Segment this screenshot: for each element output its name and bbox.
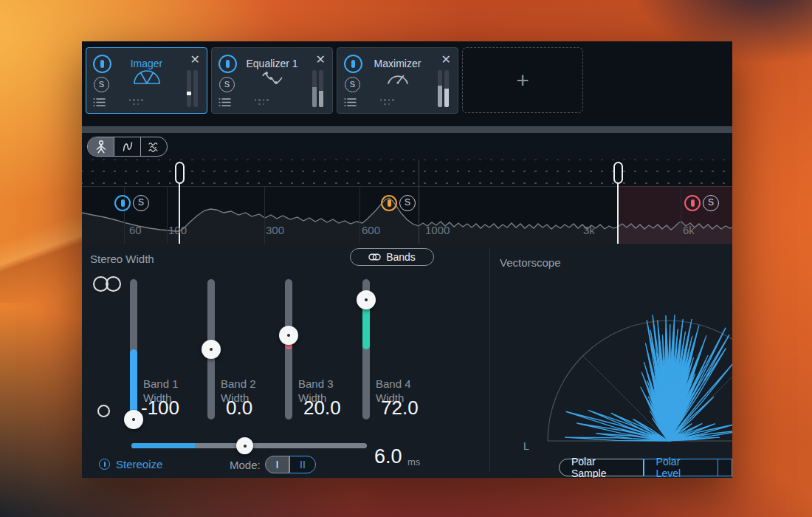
stereoize-label: Stereoize xyxy=(116,458,162,470)
band-4-width-value[interactable]: 72.0 xyxy=(381,397,419,420)
module-title: Maximizer xyxy=(359,58,436,69)
frequency-label: 3k xyxy=(583,224,595,236)
band-2-width-value[interactable]: 0.0 xyxy=(226,397,252,420)
mode-1-button[interactable]: I xyxy=(265,456,289,473)
link-icon xyxy=(368,253,381,261)
band-1-width-slider[interactable] xyxy=(125,279,142,420)
band-solo-button[interactable]: S xyxy=(133,195,149,211)
delay-unit: ms xyxy=(407,456,420,468)
band-split-line[interactable] xyxy=(419,160,419,244)
drag-handle-icon[interactable] xyxy=(253,99,269,105)
module-card-equalizer[interactable]: Equalizer 1 ✕ S xyxy=(211,47,333,114)
mode-2-button[interactable]: II xyxy=(289,456,316,473)
band-split-handle[interactable] xyxy=(613,162,623,184)
slider-track[interactable] xyxy=(285,279,292,420)
module-meters xyxy=(187,70,198,107)
band-3-width-slider[interactable] xyxy=(280,279,297,420)
mode-label: Mode: xyxy=(230,459,261,471)
frequency-label: 1000 xyxy=(425,224,450,236)
stereoize-mode-toggle: I II xyxy=(265,456,316,473)
slider-fill xyxy=(130,349,137,420)
preset-list-icon[interactable] xyxy=(344,97,357,110)
view-mode-group xyxy=(87,137,168,157)
ozone-plugin-window: Imager ✕ S Equalizer 1 ✕ S xyxy=(82,41,732,478)
frequency-label: 60 xyxy=(129,224,142,236)
left-channel-label: L xyxy=(523,440,529,452)
band-split-line[interactable] xyxy=(617,182,619,244)
frequency-label: 100 xyxy=(168,224,187,236)
module-title: Equalizer 1 xyxy=(234,58,310,69)
stereoize-delay-slider[interactable] xyxy=(131,443,367,448)
vectorscope-title: Vectorscope xyxy=(500,256,561,269)
frequency-gridline xyxy=(681,186,681,244)
bands-button-label: Bands xyxy=(386,251,416,263)
module-title: Imager xyxy=(109,58,185,69)
mono-icon xyxy=(97,405,110,417)
slider-fill xyxy=(131,443,195,448)
band-power-icon[interactable] xyxy=(684,195,701,211)
module-chain-scrollbar[interactable] xyxy=(82,126,732,133)
frequency-gridline xyxy=(167,186,168,244)
band-solo-button[interactable]: S xyxy=(703,195,719,211)
band-1-width-value[interactable]: -100 xyxy=(141,397,179,420)
band-2-width-slider[interactable] xyxy=(202,279,220,420)
module-meters xyxy=(312,70,323,107)
vectorscope-display xyxy=(490,292,732,448)
close-icon[interactable]: ✕ xyxy=(190,53,200,66)
stereo-wide-icon xyxy=(93,276,121,292)
polar-mode-buttons: Polar Sample Polar Level xyxy=(559,459,732,476)
frequency-label: 6k xyxy=(683,224,695,236)
polar-view-button[interactable] xyxy=(114,137,141,156)
preset-list-icon[interactable] xyxy=(93,97,106,110)
slider-handle[interactable] xyxy=(202,340,221,359)
band-power-icon[interactable] xyxy=(381,195,397,211)
correlation-view-button[interactable] xyxy=(141,137,167,156)
frequency-label: 600 xyxy=(362,224,380,236)
plus-icon: + xyxy=(516,68,529,93)
bands-link-button[interactable]: Bands xyxy=(350,248,434,266)
drag-handle-icon[interactable] xyxy=(379,99,395,105)
band-4-width-slider[interactable] xyxy=(357,279,375,420)
slider-track[interactable] xyxy=(130,279,137,420)
close-icon[interactable]: ✕ xyxy=(316,53,326,66)
band-power-icon[interactable] xyxy=(114,195,131,211)
preset-list-icon[interactable] xyxy=(219,97,231,110)
slider-handle[interactable] xyxy=(279,326,298,345)
frequency-gridline xyxy=(359,186,360,244)
imager-main-panel: Stereo Width Bands xyxy=(82,244,732,478)
slider-handle[interactable] xyxy=(357,290,376,309)
module-meters xyxy=(438,70,449,107)
module-chain: Imager ✕ S Equalizer 1 ✕ S xyxy=(82,41,732,126)
module-card-imager[interactable]: Imager ✕ S xyxy=(86,47,207,114)
polar-extra-button[interactable] xyxy=(718,459,732,476)
add-module-button[interactable]: + xyxy=(462,47,583,113)
drag-handle-icon[interactable] xyxy=(128,99,144,105)
band-solo-button[interactable]: S xyxy=(399,195,416,211)
delay-value[interactable]: 6.0 xyxy=(374,445,402,468)
polar-level-button[interactable]: Polar Level xyxy=(644,459,718,476)
band-split-handle[interactable] xyxy=(175,162,185,184)
stereo-width-title: Stereo Width xyxy=(90,253,154,265)
frequency-gridline xyxy=(264,186,265,244)
crossover-spectrum[interactable]: 6010030060010003k6kSSS xyxy=(82,160,732,244)
imager-toolbar xyxy=(82,133,732,160)
module-card-maximizer[interactable]: Maximizer ✕ S xyxy=(337,47,458,114)
band-3-width-value[interactable]: 20.0 xyxy=(303,397,341,420)
screen: Imager ✕ S Equalizer 1 ✕ S xyxy=(0,0,812,517)
close-icon[interactable]: ✕ xyxy=(441,53,451,66)
stereo-width-view-button[interactable] xyxy=(88,137,114,156)
power-icon[interactable] xyxy=(99,459,110,470)
stereoize-toggle[interactable]: Stereoize xyxy=(99,458,162,470)
slider-handle[interactable] xyxy=(236,437,253,454)
frequency-label: 300 xyxy=(266,224,284,236)
polar-sample-button[interactable]: Polar Sample xyxy=(559,459,644,476)
